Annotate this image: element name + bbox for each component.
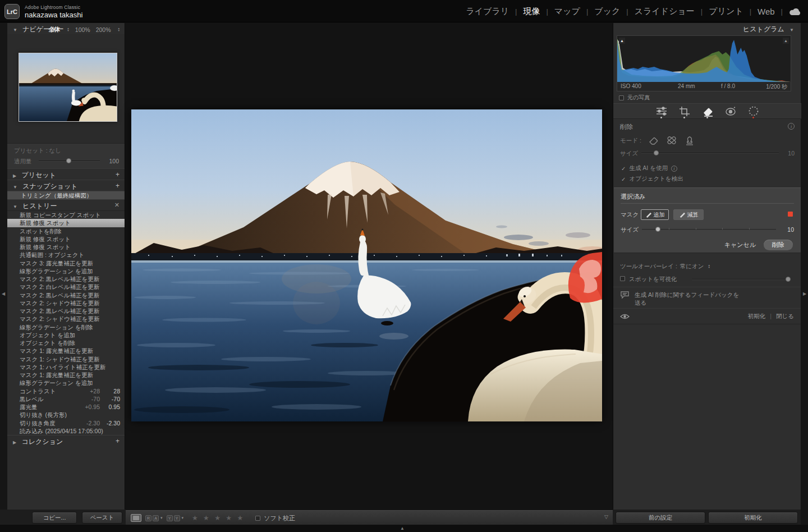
- edit-sliders-tool[interactable]: [655, 105, 668, 117]
- history-item[interactable]: マスク 1: ハイライト補正を更新: [7, 363, 125, 371]
- history-item[interactable]: マスク 2: 黒レベル補正を更新: [7, 275, 125, 283]
- collapse-bottom-arrow-icon[interactable]: ▲: [400, 526, 405, 531]
- tool-close-button[interactable]: 閉じる: [776, 313, 794, 320]
- snapshots-add-icon[interactable]: +: [116, 182, 120, 190]
- history-item[interactable]: オブジェクト を追加: [7, 331, 125, 339]
- history-item[interactable]: 露光量+0.950.95: [7, 403, 125, 411]
- navigator-expand-icon[interactable]: ▼: [13, 27, 17, 33]
- toolbar-options-dropdown-icon[interactable]: ▽: [604, 514, 608, 520]
- use-gen-ai-checkbox[interactable]: ✓: [621, 166, 626, 172]
- history-item[interactable]: マスク 2: シャドウ補正を更新: [7, 299, 125, 307]
- mask-color-swatch[interactable]: [788, 212, 793, 217]
- original-photo-checkbox[interactable]: [619, 95, 624, 100]
- history-item[interactable]: 線形グラデーション を削除: [7, 323, 125, 331]
- right-panel-collapse-strip[interactable]: ▶: [801, 23, 808, 525]
- module-web[interactable]: Web: [758, 7, 775, 16]
- mode-eraser-icon[interactable]: [648, 136, 659, 146]
- snapshots-header[interactable]: ▼ スナップショット +: [7, 180, 125, 191]
- zoom-stepper-icon[interactable]: ▲▼: [118, 27, 120, 32]
- collections-header[interactable]: ▶ コレクション +: [7, 435, 125, 446]
- copy-button[interactable]: コピー...: [32, 512, 77, 524]
- collections-expand-icon[interactable]: ▶: [13, 440, 16, 445]
- previous-settings-button[interactable]: 前の設定: [616, 512, 705, 524]
- survey-view-button[interactable]: Y Y ▾: [167, 515, 184, 521]
- visualize-threshold-knob[interactable]: [786, 277, 791, 282]
- star-rating[interactable]: ★ ★ ★ ★ ★: [192, 514, 245, 522]
- red-eye-tool[interactable]: [724, 105, 737, 117]
- histogram-display[interactable]: ▲ ▲ ISO 400 24 mm f / 8.0 1/200 秒: [617, 35, 791, 91]
- history-item[interactable]: スポットを削除: [7, 227, 125, 235]
- delete-button[interactable]: 削除: [764, 240, 793, 250]
- history-item[interactable]: 新規 修復 スポット: [7, 235, 125, 243]
- history-item[interactable]: マスク 2: 黒レベル補正を更新: [7, 307, 125, 315]
- remove-tool-active[interactable]: [701, 105, 714, 117]
- zoom-200-option[interactable]: 200%: [96, 26, 111, 33]
- visualize-spots-checkbox[interactable]: [620, 276, 625, 281]
- highlight-clipping-icon[interactable]: ▲: [783, 38, 789, 44]
- navigator-header[interactable]: ▼ ナビゲーター 全体▲▼ 100% 200%▲▼: [7, 23, 125, 34]
- crop-tool[interactable]: [678, 105, 691, 117]
- shadow-clipping-icon[interactable]: ▲: [619, 38, 625, 44]
- history-item[interactable]: 新規 修復 スポット: [7, 243, 125, 251]
- presets-header[interactable]: ▶ プリセット +: [7, 168, 125, 180]
- history-item[interactable]: 新規 修復 スポット: [7, 219, 125, 227]
- amount-slider-knob[interactable]: [66, 158, 71, 163]
- remove-size-knob[interactable]: [654, 150, 659, 155]
- snapshot-item[interactable]: トリミング（最終縦構図）: [7, 191, 125, 199]
- original-photo-toggle[interactable]: 元の写真: [619, 94, 650, 102]
- histogram-expand-icon[interactable]: ▼: [789, 27, 794, 33]
- collections-add-icon[interactable]: +: [116, 437, 120, 445]
- remove-size-slider[interactable]: [641, 153, 779, 154]
- detect-objects-checkbox[interactable]: ✓: [621, 176, 626, 182]
- history-item[interactable]: 黒レベル-70-70: [7, 395, 125, 403]
- history-item[interactable]: 共通範囲 : オブジェクト: [7, 251, 125, 259]
- selected-size-knob[interactable]: [655, 227, 660, 232]
- module-book[interactable]: ブック: [594, 6, 620, 17]
- history-item[interactable]: 線形グラデーション を追加: [7, 379, 125, 387]
- mask-subtract-button[interactable]: 減算: [673, 209, 704, 220]
- module-library[interactable]: ライブラリ: [466, 6, 509, 17]
- tool-overlay-value[interactable]: 常にオン: [680, 263, 704, 270]
- use-gen-ai-row[interactable]: ✓ 生成 AI を使用 i: [621, 164, 677, 172]
- detect-objects-row[interactable]: ✓ オブジェクトを検出: [621, 175, 683, 183]
- history-item[interactable]: オブジェクト を削除: [7, 339, 125, 347]
- history-item[interactable]: マスク 2: 白レベル補正を更新: [7, 283, 125, 291]
- tool-overlay-row[interactable]: ツールオーバーレイ : 常にオン ▲▼: [620, 263, 710, 270]
- cloud-sync-icon[interactable]: [789, 7, 801, 16]
- history-item[interactable]: マスク 1: シャドウ補正を更新: [7, 355, 125, 363]
- filmstrip-collapse-strip[interactable]: ▲: [0, 525, 808, 532]
- mode-clone-icon[interactable]: [684, 135, 695, 146]
- history-item[interactable]: マスク 2: 黒レベル補正を更新: [7, 291, 125, 299]
- gen-ai-feedback-link[interactable]: 生成 AI 削除に関するフィードバックを 送る: [620, 291, 739, 306]
- history-item[interactable]: 切り抜き角度-2.30-2.30: [7, 419, 125, 427]
- paste-button[interactable]: ペースト: [82, 512, 122, 524]
- history-item[interactable]: 切り抜き (長方形): [7, 411, 125, 419]
- module-print[interactable]: プリント: [709, 6, 743, 17]
- visualize-threshold-slider[interactable]: [692, 279, 789, 280]
- masking-tool[interactable]: [747, 105, 760, 117]
- history-item[interactable]: マスク 1: 露光量補正を更新: [7, 347, 125, 355]
- remove-info-icon[interactable]: i: [788, 123, 795, 130]
- compare-view-button[interactable]: R A ▾: [145, 515, 163, 521]
- tool-visibility-eye-icon[interactable]: [620, 313, 630, 320]
- selected-size-slider[interactable]: [642, 229, 776, 230]
- history-header[interactable]: ▼ ヒストリー ✕: [7, 199, 125, 210]
- tool-overlay-stepper-icon[interactable]: ▲▼: [708, 264, 710, 269]
- module-slideshow[interactable]: スライドショー: [635, 6, 695, 17]
- presets-expand-icon[interactable]: ▶: [13, 173, 16, 178]
- zoom-stepper-icon[interactable]: ▲▼: [67, 27, 69, 32]
- survey-dropdown-icon[interactable]: ▾: [182, 516, 184, 520]
- history-item[interactable]: 新規 コピースタンプ スポット: [7, 211, 125, 219]
- reset-button[interactable]: 初期化: [708, 512, 798, 524]
- history-clear-icon[interactable]: ✕: [114, 201, 120, 209]
- history-item[interactable]: マスク 3: 露光量補正を更新: [7, 259, 125, 267]
- tool-reset-button[interactable]: 初期化: [748, 313, 766, 320]
- cancel-button[interactable]: キャンセル: [724, 241, 756, 249]
- collapse-right-arrow-icon[interactable]: ▶: [803, 291, 806, 296]
- module-map[interactable]: マップ: [554, 6, 580, 17]
- soft-proof-checkbox[interactable]: [255, 516, 260, 521]
- photo-main-view[interactable]: [131, 109, 602, 421]
- module-develop[interactable]: 現像: [523, 6, 540, 17]
- zoom-100-option[interactable]: 100%: [75, 26, 90, 33]
- mode-heal-icon[interactable]: [666, 135, 677, 146]
